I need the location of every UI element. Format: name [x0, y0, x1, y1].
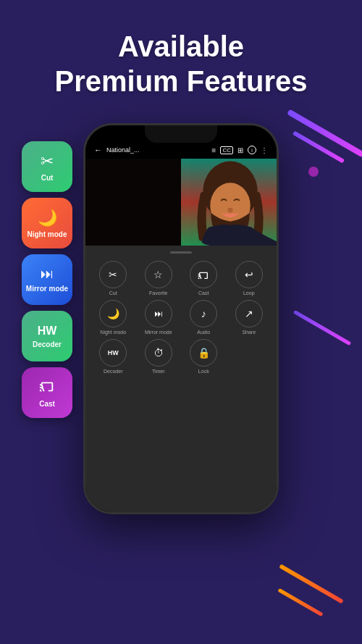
- timer-circle-icon: ⏱: [145, 339, 172, 367]
- menu-item-favorite[interactable]: ☆ Favorite: [138, 261, 180, 296]
- menu-item-decoder[interactable]: HW Decoder: [93, 339, 134, 374]
- night-label: Night mode: [28, 230, 67, 238]
- menu-grid-row3: HW Decoder ⏱ Timer 🔒 Lock: [85, 339, 277, 374]
- menu-item-empty: [229, 339, 270, 374]
- more-icon[interactable]: ⋮: [261, 146, 268, 154]
- sliders-icon[interactable]: ⊞: [237, 146, 243, 154]
- title-section: Available Premium Features: [0, 0, 362, 113]
- info-icon[interactable]: i: [248, 146, 256, 154]
- cast-icon: [39, 377, 55, 397]
- phone-frame: ← National_... ≡ CC ⊞ i ⋮: [83, 123, 279, 514]
- mirror-icon: ⏭: [41, 267, 54, 282]
- cc-icon[interactable]: CC: [220, 146, 233, 154]
- cast-circle-icon: [190, 261, 217, 288]
- lock-menu-label: Lock: [198, 369, 209, 374]
- cast-menu-label: Cast: [198, 290, 209, 296]
- menu-item-loop[interactable]: ↩ Loop: [229, 261, 270, 296]
- menu-grid-row1: ✂ Cut ☆ Favorite Cast: [85, 261, 277, 296]
- cast-label: Cast: [39, 400, 55, 408]
- menu-item-timer[interactable]: ⏱ Timer: [138, 339, 180, 374]
- person-svg: [162, 159, 277, 246]
- share-menu-label: Share: [242, 330, 256, 335]
- moon-icon: 🌙: [38, 209, 57, 227]
- menu-item-cast[interactable]: Cast: [183, 261, 224, 296]
- feature-buttons-panel: ✂ Cut 🌙 Night mode ⏭ Mirror mode HW Deco…: [22, 141, 72, 418]
- back-arrow-icon: ←: [94, 146, 102, 154]
- menu-grid-row2: 🌙 Night modo ⏭ Mirror mode ♪ Audio ↗ Sha…: [85, 300, 277, 335]
- menu-item-night[interactable]: 🌙 Night modo: [93, 300, 134, 335]
- list-icon[interactable]: ≡: [212, 146, 216, 154]
- bottom-sheet: ✂ Cut ☆ Favorite Cast: [85, 246, 277, 512]
- phone-notch: [145, 125, 217, 143]
- person-area: [162, 159, 277, 246]
- audio-circle-icon: ♪: [190, 300, 217, 327]
- decoder-circle-icon: HW: [99, 339, 127, 367]
- sheet-handle: [170, 251, 192, 254]
- menu-item-mirror[interactable]: ⏭ Mirror mode: [138, 300, 180, 335]
- cut-label: Cut: [41, 174, 54, 182]
- cut-icon: ✂: [41, 152, 54, 171]
- phone-screen: ← National_... ≡ CC ⊞ i ⋮: [85, 125, 277, 512]
- hw-icon: HW: [38, 325, 57, 338]
- timer-menu-label: Timer: [152, 369, 165, 374]
- cast-button[interactable]: Cast: [22, 367, 72, 418]
- mirror-label: Mirror mode: [26, 285, 68, 293]
- lock-circle-icon: 🔒: [190, 339, 217, 367]
- night-mode-button[interactable]: 🌙 Night mode: [22, 198, 72, 248]
- mirror-menu-label: Mirror mode: [145, 330, 172, 335]
- mirror-mode-button[interactable]: ⏭ Mirror mode: [22, 254, 72, 305]
- video-area: [85, 159, 277, 246]
- cut-button[interactable]: ✂ Cut: [22, 141, 72, 192]
- decoder-label: Decoder: [33, 340, 62, 348]
- night-circle-icon: 🌙: [99, 300, 127, 327]
- audio-menu-label: Audio: [197, 330, 210, 335]
- cut-circle-icon: ✂: [99, 261, 127, 288]
- loop-circle-icon: ↩: [235, 261, 263, 288]
- menu-item-cut[interactable]: ✂ Cut: [93, 261, 134, 296]
- page-title: Available Premium Features: [0, 29, 362, 99]
- favorite-menu-label: Favorite: [149, 290, 167, 296]
- decoder-menu-label: Decoder: [104, 369, 122, 374]
- statusbar-left: ← National_...: [94, 146, 140, 154]
- share-circle-icon: ↗: [235, 300, 263, 327]
- menu-item-audio[interactable]: ♪ Audio: [183, 300, 224, 335]
- menu-item-lock[interactable]: 🔒 Lock: [183, 339, 224, 374]
- statusbar-right: ≡ CC ⊞ i ⋮: [212, 146, 268, 154]
- cut-menu-label: Cut: [109, 290, 117, 296]
- favorite-circle-icon: ☆: [145, 261, 172, 288]
- phone-mockup: ← National_... ≡ CC ⊞ i ⋮: [72, 123, 290, 514]
- mirror-circle-icon: ⏭: [145, 300, 172, 327]
- video-content: [85, 159, 277, 246]
- menu-item-share[interactable]: ↗ Share: [229, 300, 270, 335]
- video-title: National_...: [106, 146, 140, 154]
- night-menu-label: Night modo: [100, 330, 126, 335]
- loop-menu-label: Loop: [243, 290, 255, 296]
- decoder-button[interactable]: HW Decoder: [22, 311, 72, 361]
